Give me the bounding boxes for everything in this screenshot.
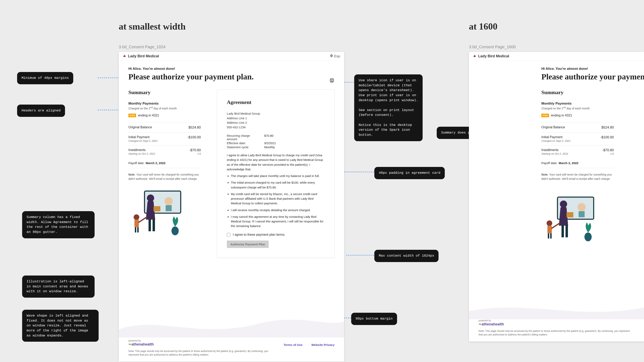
mock-topbar: Lady Bird Medical Esp	[119, 52, 344, 61]
greeting: Hi Alice. You're almost done!	[541, 67, 644, 71]
brand-logo-icon	[123, 54, 126, 58]
powered-by: powered by ❧athenahealth	[478, 319, 634, 327]
anno-illustration: Illustration is left-aligned in main con…	[22, 276, 94, 298]
provider-address: Lady Bird Medical Group Address Line 1 A…	[227, 111, 324, 129]
svg-rect-21	[578, 211, 585, 217]
anno-headers: Headers are aligned	[17, 105, 65, 117]
svg-point-20	[578, 203, 586, 211]
payoff-row: Payoff date:March 2, 2022	[541, 158, 614, 168]
card-ending: ending in 4321	[138, 114, 159, 117]
wave-shape	[119, 313, 344, 338]
svg-rect-9	[148, 219, 151, 231]
bullet: I will receive monthly receipts detailin…	[231, 208, 324, 212]
anno-margins: Minimum of 48px margins	[17, 72, 73, 84]
summary-note: Note: Your card will never be charged fo…	[541, 173, 614, 181]
anno-bottom-margin: 80px bottom margin	[351, 313, 397, 325]
svg-line-30	[552, 223, 560, 228]
monthly-payments-label: Monthly Payments	[541, 102, 614, 106]
heading-left: at smallest width	[119, 21, 186, 32]
artboard-1600: Lady Bird Medical Hi Alice. You're almos…	[469, 52, 644, 342]
agree-checkbox[interactable]	[227, 233, 230, 237]
card-row: VISA ending in 4321	[128, 114, 201, 117]
language-toggle[interactable]: Esp	[330, 54, 340, 58]
svg-rect-27	[548, 226, 552, 233]
brand: Lady Bird Medical	[473, 54, 509, 58]
authorize-button[interactable]: Authorize Payment Plan	[227, 241, 269, 248]
brand-logo-icon	[473, 54, 476, 58]
artboard-1024: Lady Bird Medical Esp Hi Alice. You're a…	[119, 52, 344, 362]
svg-point-6	[164, 197, 173, 205]
bullet: The charges will take place monthly unti…	[231, 174, 324, 178]
bullet: My credit card will be stored by Elavon,…	[231, 192, 324, 206]
print-button[interactable]	[329, 78, 334, 84]
svg-rect-11	[154, 206, 160, 211]
mock-footer: powered by ❧athenahealth Note: This page…	[469, 319, 644, 342]
agreement-intro: I agree to allow Lady Bird Medical Group…	[227, 153, 324, 172]
anno-agreement-padding: 48px padding in agreement card	[374, 167, 445, 179]
summary-heading: Summary	[541, 89, 614, 95]
card-ending: ending in 4321	[551, 114, 572, 117]
payoff-row: Payoff date:March 2, 2022	[128, 158, 201, 168]
greeting: Hi Alice. You're almost done!	[128, 67, 334, 71]
powered-by: powered by ❧athenahealth	[128, 339, 154, 347]
row-installments: InstallmentsStarting on Oct 2, 2021 -$70…	[128, 145, 201, 158]
svg-rect-28	[548, 233, 549, 239]
svg-rect-10	[152, 219, 155, 231]
row-original-balance: Original Balance $524.80	[541, 122, 614, 132]
agreement-heading: Agreement	[227, 99, 324, 105]
svg-rect-25	[566, 212, 573, 217]
agree-checkbox-row[interactable]: I agree to these payment plan terms.	[227, 233, 324, 237]
monthly-payments-caption: Charged on the 2nd day of each month	[541, 106, 614, 110]
visa-chip: VISA	[541, 114, 549, 117]
kv-cycle: Statement cycle:Monthly	[227, 145, 324, 149]
card-row: VISA ending in 4321	[541, 114, 614, 117]
svg-rect-23	[562, 225, 564, 237]
page-title: Please authorize your payment plan.	[541, 72, 644, 81]
svg-rect-24	[566, 225, 568, 237]
kv-amount: Recurring charge amount:$70.80	[227, 134, 324, 141]
link-privacy[interactable]: Website Privacy	[311, 343, 334, 347]
svg-point-31	[584, 233, 592, 241]
row-initial-payment: Initial PaymentCharged on Sept 2, 2021 -…	[128, 132, 201, 145]
link-terms[interactable]: Terms of Use	[284, 343, 302, 347]
kv-effective: Effective date:9/2/2021	[227, 141, 324, 145]
brand-name: Lady Bird Medical	[478, 54, 509, 58]
svg-point-12	[134, 214, 139, 220]
visa-chip: VISA	[128, 114, 136, 117]
summary-column: Summary Monthly Payments Charged on the …	[541, 89, 614, 242]
globe-icon	[330, 54, 333, 58]
monthly-payments-label: Monthly Payments	[128, 102, 201, 106]
anno-max-width: Max content width of 1024px	[374, 250, 438, 262]
footer-links: Terms of Use Website Privacy	[276, 343, 334, 347]
agree-checkbox-label: I agree to these payment plan terms.	[233, 233, 285, 237]
mock-topbar: Lady Bird Medical	[469, 52, 644, 61]
illustration	[541, 193, 614, 242]
summary-column: Summary Monthly Payments Charged on the …	[128, 89, 201, 236]
svg-rect-7	[166, 205, 172, 211]
svg-rect-15	[137, 227, 139, 233]
bullet: I may cancel this agreement at any time …	[231, 214, 324, 228]
svg-line-16	[139, 217, 146, 222]
svg-rect-14	[135, 227, 136, 233]
summary-heading: Summary	[128, 89, 201, 95]
anno-summary-fixed: Summary column has a fixed width. Allow …	[22, 211, 94, 238]
footer-disclaimer: Note: This page should only be accessed …	[128, 349, 273, 357]
row-original-balance: Original Balance $524.80	[128, 122, 201, 132]
artboard-name-right: 3.0d_Consent Page_1600	[469, 45, 516, 49]
language-label: Esp	[334, 54, 340, 58]
heading-right: at 1600	[469, 21, 498, 32]
wave-shape	[469, 297, 644, 319]
bullet: The initial amount charged to my card wi…	[231, 180, 324, 190]
anno-wave: Wave shape is left aligned and fixed. It…	[22, 310, 98, 342]
footer-disclaimer: Note: This page should only be accessed …	[478, 329, 632, 337]
agreement-card: Agreement Lady Bird Medical Group Addres…	[217, 89, 334, 258]
mock-footer: powered by ❧athenahealth Terms of Use We…	[119, 338, 344, 362]
summary-note: Note: Your card will never be charged fo…	[128, 173, 201, 181]
anno-share-print: Use share icon if user is on mobile/tabl…	[354, 74, 422, 141]
page-title: Please authorize your payment plan.	[128, 72, 254, 81]
illustration	[128, 187, 201, 236]
print-icon	[329, 81, 334, 84]
svg-rect-13	[134, 220, 139, 227]
monthly-payments-caption: Charged on the 2nd day of each month	[128, 106, 201, 110]
svg-point-26	[546, 220, 552, 226]
